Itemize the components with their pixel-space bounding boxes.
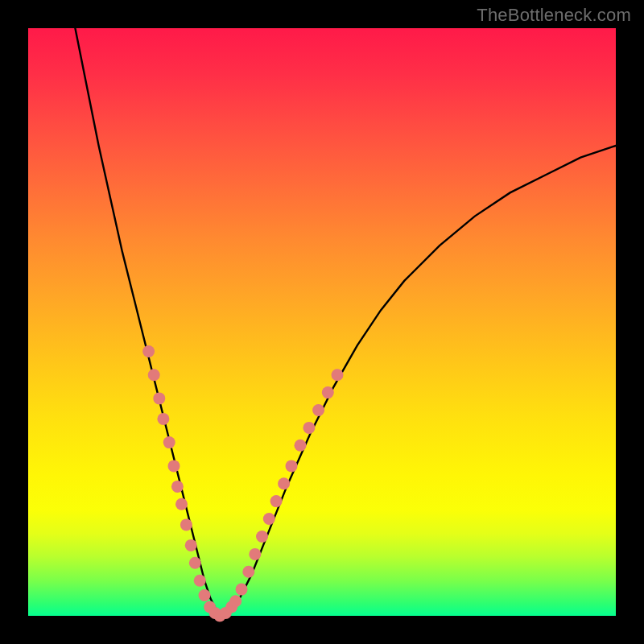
marker-dots [142,345,343,622]
chart-svg [28,28,616,616]
marker-dot [180,518,192,530]
marker-dot [142,345,155,357]
marker-dot [286,460,298,472]
marker-dot [295,440,307,452]
marker-dot [153,392,165,404]
marker-dot [256,530,268,543]
marker-dot [171,481,184,493]
marker-dot [312,404,324,416]
marker-dot [242,566,254,578]
chart-frame: TheBottleneck.com [0,0,644,644]
marker-dot [303,422,315,434]
marker-dot [148,369,160,381]
marker-dot [332,369,344,381]
marker-dot [175,498,188,510]
marker-dot [229,595,242,607]
marker-dot [189,557,201,569]
marker-dot [157,413,169,425]
marker-dot [199,589,211,601]
marker-dot [236,584,248,596]
marker-dot [322,386,334,398]
marker-dot [278,477,290,489]
plot-area [28,28,616,616]
marker-dot [168,460,180,472]
marker-dot [194,575,206,587]
marker-dot [249,548,261,560]
marker-dot [270,495,283,507]
marker-dot [263,513,275,525]
marker-dot [163,436,175,448]
watermark-text: TheBottleneck.com [477,5,631,26]
marker-dot [185,539,197,551]
bottleneck-curve [75,28,616,616]
